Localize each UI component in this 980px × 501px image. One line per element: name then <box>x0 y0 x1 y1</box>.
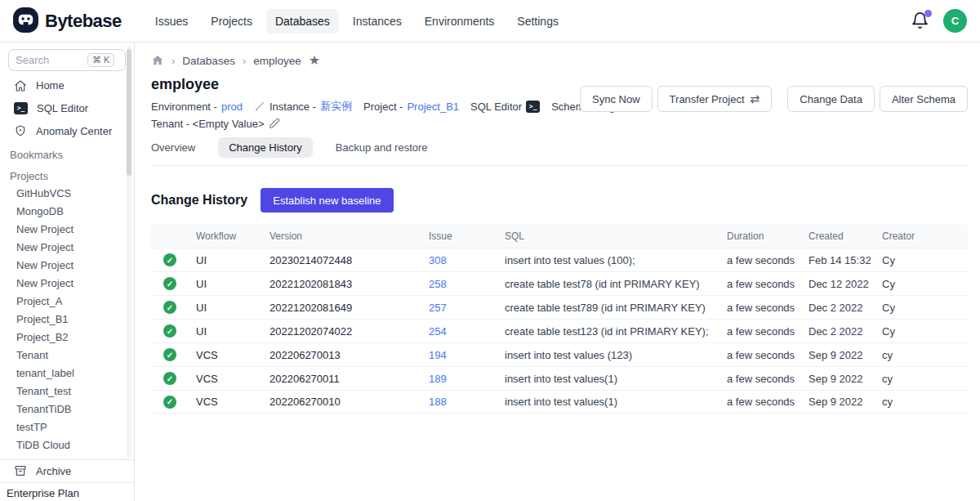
breadcrumb-databases[interactable]: Databases <box>182 55 235 67</box>
created-cell: Sep 9 2022 <box>808 349 882 361</box>
project-item-tenanttidb[interactable]: TenantTiDB <box>0 400 134 418</box>
project-item-new-project[interactable]: New Project <box>0 239 134 257</box>
project-list: GitHubVCSMongoDBNew ProjectNew ProjectNe… <box>0 185 134 454</box>
sql-editor-shortcut[interactable]: SQL Editor >_ <box>470 101 540 113</box>
version-cell: 20221202074022 <box>270 325 429 338</box>
sql-editor-icon: >_ <box>14 102 28 114</box>
sidebar-item-home[interactable]: Home <box>0 74 134 97</box>
topbar-right: C <box>911 9 967 33</box>
change-history-row[interactable]: ✓VCS202206270013194insert into test valu… <box>151 342 968 366</box>
section-title: Change History <box>151 193 247 208</box>
status-cell: ✓ <box>151 372 196 386</box>
notifications-button[interactable] <box>911 11 930 31</box>
project-item-project-b1[interactable]: Project_B1 <box>0 311 134 329</box>
edit-pencil-icon[interactable] <box>269 118 280 129</box>
alter-schema-button[interactable]: Alter Schema <box>880 86 968 112</box>
nav-item-settings[interactable]: Settings <box>508 9 568 34</box>
project-link[interactable]: Project_B1 <box>407 101 459 113</box>
created-cell: Sep 9 2022 <box>808 396 882 408</box>
instance-link[interactable]: 新实例 <box>320 99 352 114</box>
column-header-issue: Issue <box>429 230 505 242</box>
sidebar-item-label: Home <box>36 79 65 92</box>
bytebase-logo[interactable]: Bytebase <box>13 7 122 35</box>
user-avatar[interactable]: C <box>943 9 967 33</box>
search-box[interactable]: ⌘ K <box>8 49 126 71</box>
project-item-tenant-label[interactable]: tenant_label <box>0 365 134 382</box>
instance-label: Instance - <box>270 101 316 113</box>
change-history-row[interactable]: ✓UI20221202074022254create table test123… <box>151 319 968 342</box>
project-item-project-b2[interactable]: Project_B2 <box>0 329 134 347</box>
tenant-label: Tenant - <Empty Value> <box>151 118 265 130</box>
duration-cell: a few seconds <box>727 396 808 408</box>
issue-cell: 258 <box>429 278 505 290</box>
sidebar-item-label: Anomaly Center <box>36 125 112 137</box>
nav-item-environments[interactable]: Environments <box>416 9 504 34</box>
anomaly-center-icon <box>14 124 27 137</box>
change-data-button[interactable]: Change Data <box>787 86 875 112</box>
issue-cell: 188 <box>429 396 505 408</box>
duration-cell: a few seconds <box>727 373 808 385</box>
version-cell: 202206270011 <box>270 373 429 385</box>
bookmarks-section-label: Bookmarks <box>0 142 134 163</box>
column-header-sql: SQL <box>505 230 727 242</box>
change-history-row[interactable]: ✓VCS202206270011189insert into test valu… <box>151 366 968 390</box>
tab-backup-and-restore[interactable]: Backup and restore <box>336 137 428 158</box>
project-item-githubvcs[interactable]: GitHubVCS <box>0 185 134 203</box>
sidebar-item-sql-editor[interactable]: >_ SQL Editor <box>0 97 134 120</box>
workflow-cell: UI <box>196 278 270 290</box>
sidebar-scrollbar-thumb[interactable] <box>127 49 131 176</box>
issue-link[interactable]: 254 <box>429 325 447 338</box>
search-input[interactable] <box>16 54 84 66</box>
environment-link[interactable]: prod <box>221 101 243 113</box>
status-cell: ✓ <box>151 277 196 291</box>
success-status-icon: ✓ <box>163 348 176 361</box>
project-item-project-a[interactable]: Project_A <box>0 293 134 311</box>
nav-item-instances[interactable]: Instances <box>344 9 411 34</box>
project-item-new-project[interactable]: New Project <box>0 275 134 293</box>
issue-link[interactable]: 308 <box>429 254 447 266</box>
favorite-star-icon[interactable]: ★ <box>309 54 320 67</box>
sql-cell: insert into test values(1) <box>505 396 727 408</box>
sql-editor-icon: >_ <box>526 101 540 113</box>
project-meta: Project - Project_B1 <box>363 101 459 113</box>
sql-cell: create table test123 (id int PRIMARY KEY… <box>505 325 727 338</box>
project-item-new-project[interactable]: New Project <box>0 221 134 239</box>
project-item-tidb-cloud[interactable]: TiDB Cloud <box>0 436 134 454</box>
duration-cell: a few seconds <box>727 278 808 290</box>
change-history-row[interactable]: ✓VCS202206270010188insert into test valu… <box>151 390 968 414</box>
workflow-cell: UI <box>196 302 270 314</box>
project-item-new-project[interactable]: New Project <box>0 257 134 275</box>
establish-baseline-button[interactable]: Establish new baseline <box>261 188 393 212</box>
project-item-tenant[interactable]: Tenant <box>0 347 134 365</box>
sidebar-item-archive[interactable]: Archive <box>0 460 134 483</box>
issue-link[interactable]: 258 <box>429 278 447 290</box>
issue-link[interactable]: 188 <box>429 396 447 408</box>
instance-meta: Instance - 新实例 <box>254 99 352 114</box>
project-item-testtp[interactable]: testTP <box>0 418 134 436</box>
nav-item-issues[interactable]: Issues <box>146 9 197 34</box>
project-item-mongodb[interactable]: MongoDB <box>0 203 134 221</box>
plan-label: Enterprise Plan <box>0 482 134 501</box>
issue-cell: 308 <box>429 254 505 266</box>
search-shortcut-badge: ⌘ K <box>87 53 114 67</box>
sync-now-button[interactable]: Sync Now <box>580 86 653 112</box>
sidebar-item-anomaly-center[interactable]: Anomaly Center <box>0 119 134 142</box>
breadcrumb-home-icon[interactable] <box>151 54 164 67</box>
instance-engine-icon <box>254 101 265 112</box>
button-label: Change Data <box>800 93 862 105</box>
duration-cell: a few seconds <box>727 349 808 361</box>
transfer-project-button[interactable]: Transfer Project⇄ <box>657 86 773 112</box>
tab-change-history[interactable]: Change History <box>218 137 313 158</box>
change-history-row[interactable]: ✓UI20230214072448308insert into test val… <box>151 248 968 271</box>
nav-item-projects[interactable]: Projects <box>202 9 261 34</box>
change-history-row[interactable]: ✓UI20221202081843258create table test78 … <box>151 271 968 295</box>
tab-overview[interactable]: Overview <box>151 137 195 158</box>
project-item-tenant-test[interactable]: Tenant_test <box>0 382 134 400</box>
issue-link[interactable]: 194 <box>429 349 447 361</box>
nav-item-databases[interactable]: Databases <box>266 9 339 34</box>
issue-link[interactable]: 189 <box>429 373 447 385</box>
breadcrumb-employee[interactable]: employee <box>253 55 301 67</box>
change-history-row[interactable]: ✓UI20221202081649257create table test789… <box>151 295 968 319</box>
environment-label: Environment - <box>151 101 217 113</box>
issue-link[interactable]: 257 <box>429 302 447 314</box>
